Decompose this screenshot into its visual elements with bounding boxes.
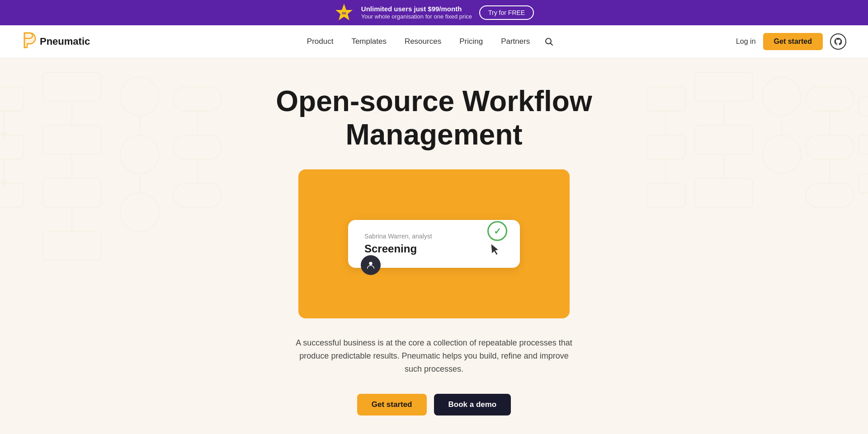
checkmark-icon: ✓: [494, 226, 501, 237]
search-icon[interactable]: [544, 37, 553, 46]
hero-title: Open-source Workflow Management: [276, 85, 592, 151]
nav-actions: Log in Get started: [736, 33, 846, 50]
svg-point-51: [369, 262, 372, 265]
hero-section: Open-source Workflow Management Sabrina …: [0, 58, 868, 434]
logo-text: Pneumatic: [40, 36, 90, 47]
github-icon[interactable]: [830, 33, 846, 50]
nav-links: Product Templates Resources Pricing Part…: [117, 33, 736, 50]
demo-container: Sabrina Warren, analyst Screening ✓: [298, 169, 570, 318]
banner-cta-button[interactable]: Try for FREE: [479, 5, 534, 20]
navbar: Pneumatic Product Templates Resources Pr…: [0, 25, 868, 58]
top-banner: ∞ Unlimited users just $99/month Your wh…: [0, 0, 868, 25]
avatar: [361, 255, 381, 275]
banner-line1: Unlimited users just $99/month: [361, 5, 472, 14]
svg-text:∞: ∞: [342, 9, 346, 16]
nav-product[interactable]: Product: [300, 33, 341, 50]
complete-check-button[interactable]: ✓: [487, 221, 507, 241]
cta-buttons: Get started Book a demo: [357, 394, 511, 415]
nav-resources[interactable]: Resources: [397, 33, 448, 50]
get-started-nav-button[interactable]: Get started: [763, 33, 823, 50]
badge-icon: ∞: [334, 3, 354, 23]
hero-title-line2: Management: [345, 118, 522, 151]
logo-p-icon: [22, 32, 36, 51]
hero-title-line1: Open-source Workflow: [276, 85, 592, 117]
task-card-subtitle: Sabrina Warren, analyst: [364, 233, 504, 240]
nav-pricing[interactable]: Pricing: [452, 33, 490, 50]
banner-line2: Your whole organisation for one fixed pr…: [361, 13, 472, 21]
login-button[interactable]: Log in: [736, 37, 756, 46]
cursor-icon: [489, 243, 502, 257]
task-card: Sabrina Warren, analyst Screening ✓: [348, 220, 520, 268]
banner-text: Unlimited users just $99/month Your whol…: [361, 5, 472, 21]
nav-templates[interactable]: Templates: [344, 33, 393, 50]
book-demo-button[interactable]: Book a demo: [434, 394, 511, 415]
svg-line-3: [551, 43, 553, 46]
logo-link[interactable]: Pneumatic: [22, 32, 90, 51]
get-started-cta-button[interactable]: Get started: [357, 394, 427, 415]
task-card-title: Screening: [364, 243, 504, 255]
nav-partners[interactable]: Partners: [494, 33, 537, 50]
hero-description: A successful business is at the core a c…: [294, 336, 574, 375]
